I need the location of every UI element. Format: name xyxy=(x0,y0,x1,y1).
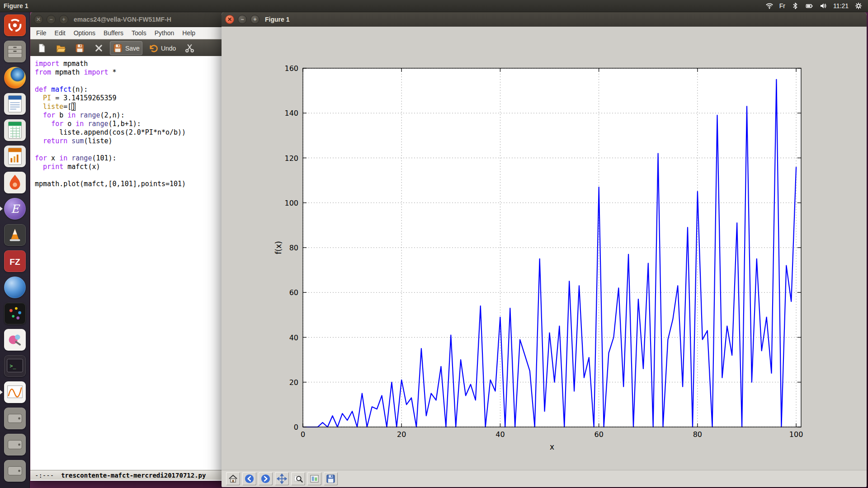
emacs-modeline[interactable]: -:--- trescontente-mafct-mercredi2017071… xyxy=(30,470,229,481)
launcher-item-libreoffice-calc[interactable] xyxy=(4,119,26,141)
x-tick-label: 100 xyxy=(789,430,803,439)
figure-canvas[interactable]: 020406080100020406080100120140160xf(x) xyxy=(222,27,867,470)
mpl-save-button[interactable] xyxy=(324,472,338,485)
launcher-item-libreoffice-writer[interactable] xyxy=(4,93,26,115)
launcher-item-dash-home[interactable] xyxy=(4,14,26,36)
mpl-back-button[interactable] xyxy=(242,472,256,485)
code-line: for x in range(101): xyxy=(35,154,229,163)
svg-text:FZ: FZ xyxy=(9,257,20,267)
mpl-toolbar xyxy=(222,470,867,487)
mpl-home-button[interactable] xyxy=(226,472,240,485)
launcher-item-external-drive-1[interactable] xyxy=(4,408,26,429)
mpl-subplots-button[interactable] xyxy=(307,472,321,485)
svg-text:>_: >_ xyxy=(10,363,16,369)
open-folder-icon xyxy=(56,43,66,53)
bluetooth-icon[interactable] xyxy=(791,2,799,10)
launcher-item-paint-app[interactable] xyxy=(4,329,26,351)
figure-minimize-button[interactable]: − xyxy=(238,15,247,24)
battery-icon[interactable] xyxy=(805,2,813,10)
launcher-item-media-player[interactable] xyxy=(4,224,26,246)
launcher-item-browser-sphere[interactable] xyxy=(4,277,26,298)
running-indicator-emacs xyxy=(0,206,3,211)
y-tick-label: 100 xyxy=(284,199,298,207)
launcher-item-firefox[interactable] xyxy=(4,67,26,89)
new-file-icon xyxy=(37,43,47,53)
emacs-toolbar-floppy[interactable] xyxy=(72,41,88,55)
clock[interactable]: 11:21 xyxy=(833,2,849,9)
y-tick-label: 60 xyxy=(289,288,298,297)
emacs-toolbar-new-file[interactable] xyxy=(34,41,50,55)
x-tick-label: 0 xyxy=(301,430,305,439)
y-tick-label: 140 xyxy=(284,109,298,117)
launcher-item-files[interactable] xyxy=(4,41,26,62)
launcher: EFZ>_ xyxy=(0,12,30,488)
code-line xyxy=(35,171,229,180)
emacs-titlebar[interactable]: ✕ − + emacs24@vella-VGN-FW51MF-H xyxy=(30,12,229,27)
code-line: def mafct(n): xyxy=(35,85,229,94)
launcher-item-libreoffice-impress[interactable] xyxy=(4,145,26,167)
x-tick-label: 40 xyxy=(495,430,505,439)
menu-edit[interactable]: Edit xyxy=(51,28,70,38)
menu-file[interactable]: File xyxy=(32,28,51,38)
figure-window: ✕ − + Figure 1 0204060801000204060801001… xyxy=(222,12,867,487)
code-line: import mpmath xyxy=(35,60,229,68)
launcher-item-terminal[interactable]: >_ xyxy=(4,355,26,377)
wifi-icon[interactable] xyxy=(765,2,774,10)
top-panel: Figure 1 Fr 11:21 xyxy=(0,0,868,12)
session-gear-icon[interactable] xyxy=(854,2,863,10)
emacs-toolbar-open-folder[interactable] xyxy=(53,41,69,55)
emacs-minimize-button[interactable]: − xyxy=(47,15,56,24)
launcher-item-external-drive-2[interactable] xyxy=(4,434,26,455)
code-line xyxy=(35,145,229,154)
emacs-window-title: emacs24@vella-VGN-FW51MF-H xyxy=(74,16,171,23)
emacs-close-button[interactable]: ✕ xyxy=(34,15,43,24)
undo-arrow-icon xyxy=(148,43,159,53)
emacs-toolbar-close-x[interactable] xyxy=(91,41,107,55)
emacs-minibuffer[interactable] xyxy=(30,480,229,481)
code-line: from mpmath import * xyxy=(35,68,229,77)
figure-maximize-button[interactable]: + xyxy=(250,15,259,24)
modeline-status: -:--- xyxy=(35,472,54,479)
menu-options[interactable]: Options xyxy=(70,28,99,38)
panel-window-title: Figure 1 xyxy=(4,2,28,9)
code-line: for b in range(2,n): xyxy=(35,111,229,120)
figure-close-button[interactable]: ✕ xyxy=(225,15,234,24)
emacs-maximize-button[interactable]: + xyxy=(59,15,68,24)
emacs-toolbar-scissors[interactable] xyxy=(182,41,198,55)
scissors-icon xyxy=(184,43,195,53)
emacs-toolbar-label: Undo xyxy=(161,45,176,52)
y-tick-label: 40 xyxy=(289,333,298,342)
menu-buffers[interactable]: Buffers xyxy=(99,28,127,38)
emacs-toolbar: SaveUndo xyxy=(30,39,229,57)
emacs-toolbar-undo-arrow-undo[interactable]: Undo xyxy=(146,41,179,55)
launcher-item-dots-app[interactable] xyxy=(4,303,26,324)
launcher-item-emacs[interactable]: E xyxy=(4,198,26,220)
floppy-icon xyxy=(113,43,123,53)
emacs-menubar: FileEditOptionsBuffersToolsPythonHelp xyxy=(30,27,229,39)
figure-window-title: Figure 1 xyxy=(265,16,289,23)
emacs-toolbar-label: Save xyxy=(125,45,140,52)
mpl-pan-button[interactable] xyxy=(275,472,289,485)
close-x-icon xyxy=(94,43,104,53)
launcher-item-external-drive-3[interactable] xyxy=(4,460,26,482)
running-indicator-plot-tool xyxy=(0,390,3,394)
menu-help[interactable]: Help xyxy=(178,28,199,38)
launcher-item-plot-tool[interactable] xyxy=(4,381,26,403)
emacs-buffer[interactable]: import mpmathfrom mpmath import * def ma… xyxy=(30,56,229,474)
code-line: PI = 3.14159265359 xyxy=(35,94,229,103)
mpl-forward-button[interactable] xyxy=(259,472,273,485)
code-line: for o in range(1,b+1): xyxy=(35,120,229,128)
launcher-item-software-center[interactable] xyxy=(4,172,26,193)
emacs-toolbar-floppy-save[interactable]: Save xyxy=(110,41,142,55)
volume-icon[interactable] xyxy=(819,2,827,10)
mpl-zoom-button[interactable] xyxy=(291,472,305,485)
chart[interactable]: 020406080100020406080100120140160xf(x) xyxy=(222,27,867,470)
keyboard-indicator[interactable]: Fr xyxy=(779,2,785,9)
figure-titlebar[interactable]: ✕ − + Figure 1 xyxy=(222,12,867,27)
emacs-window: ✕ − + emacs24@vella-VGN-FW51MF-H FileEdi… xyxy=(30,12,229,481)
launcher-item-filezilla[interactable]: FZ xyxy=(4,250,26,272)
menu-tools[interactable]: Tools xyxy=(127,28,151,38)
menu-python[interactable]: Python xyxy=(151,28,179,38)
code-line: liste=[] xyxy=(35,103,229,111)
x-axis-label: x xyxy=(550,442,554,451)
